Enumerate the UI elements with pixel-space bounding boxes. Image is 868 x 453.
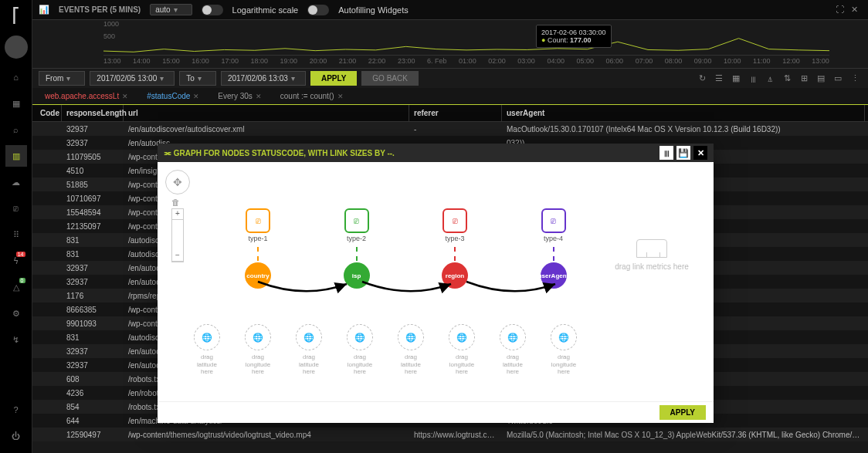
- col-resp[interactable]: responseLength: [62, 105, 124, 121]
- grid-icon[interactable]: ▦: [729, 72, 743, 86]
- modal-footer: APPLY: [158, 401, 714, 423]
- globe-icon: 🌐: [398, 324, 424, 350]
- warning-icon[interactable]: △0: [5, 276, 27, 298]
- modal-title: GRAPH FOR NODES STATUSCODE, WITH LINK SI…: [174, 149, 395, 157]
- geo-dropzone[interactable]: 🌐 draglongitudehere: [341, 324, 378, 376]
- table-row[interactable]: 12590497 /wp-content/themes/logtrust/vid…: [32, 428, 868, 441]
- table-row[interactable]: 32937 /en/autodiscover/autodiscover.xml …: [32, 122, 868, 136]
- geo-dropzone[interactable]: 🌐 draglatitudehere: [494, 324, 531, 376]
- geo-dropzone[interactable]: 🌐 draglatitudehere: [392, 324, 429, 376]
- autofill-label: Autofilling Widgets: [338, 5, 409, 15]
- inbox-icon: [636, 239, 667, 258]
- graph-node[interactable]: ⎚ type-3 region: [409, 208, 501, 289]
- pill-remove[interactable]: ✕: [256, 93, 262, 100]
- col-ref[interactable]: referer: [409, 105, 502, 121]
- bar-icon[interactable]: ⫼: [746, 72, 760, 86]
- graph-modal: ⫘ GRAPH FOR NODES STATUSCODE, WITH LINK …: [158, 144, 714, 423]
- graph-node[interactable]: ⎚ type-2 isp: [310, 208, 403, 289]
- geo-dropzone[interactable]: 🌐 draglongitudehere: [545, 324, 582, 376]
- tree-icon[interactable]: ⍋: [763, 72, 777, 86]
- modal-save-icon[interactable]: 💾: [676, 146, 690, 160]
- apply-button[interactable]: APPLY: [310, 71, 357, 86]
- log-label: Logarithmic scale: [232, 5, 299, 15]
- modal-apply-button[interactable]: APPLY: [659, 405, 706, 420]
- geo-dropzone[interactable]: 🌐 draglongitudehere: [443, 324, 480, 376]
- topbar: 📊 EVENTS PER (5 MINS) auto Logarithmic s…: [32, 0, 868, 20]
- col-ua[interactable]: userAgent: [502, 105, 865, 121]
- modal-chart-icon[interactable]: ⫼: [659, 146, 673, 160]
- bolt-icon[interactable]: ϟ14: [5, 250, 27, 272]
- globe-icon: 🌐: [449, 324, 475, 350]
- col-icon[interactable]: ⊞: [797, 72, 811, 86]
- sliders-icon: ⎚: [246, 208, 270, 233]
- gear-icon[interactable]: ⚙: [5, 303, 27, 324]
- globe-icon: 🌐: [245, 324, 271, 350]
- geo-dropzone[interactable]: 🌐 draglongitudehere: [239, 324, 276, 376]
- modal-close-icon[interactable]: ✕: [693, 146, 707, 160]
- avatar[interactable]: [5, 35, 28, 59]
- analytics-icon[interactable]: ▥: [5, 145, 27, 167]
- geo-dropzone[interactable]: 🌐 draglatitudehere: [290, 324, 327, 376]
- sliders-icon[interactable]: ⎚: [5, 198, 27, 219]
- modal-body: ✥ 🗑 + − ⎚ type-1 country ⎚ type-2 isp ⎚ …: [158, 162, 714, 401]
- expand-icon[interactable]: ⛶: [836, 5, 846, 15]
- zoom-track[interactable]: [172, 220, 183, 251]
- log-toggle[interactable]: [202, 5, 223, 15]
- to-input[interactable]: 2017/02/06 13:03: [221, 71, 306, 86]
- zoom-out[interactable]: −: [172, 251, 183, 262]
- globe-icon: 🌐: [296, 324, 322, 350]
- pan-control[interactable]: ✥: [165, 170, 190, 194]
- close-icon[interactable]: ✕: [851, 5, 862, 15]
- flow-icon[interactable]: ↯: [5, 329, 27, 350]
- geo-dropzone[interactable]: 🌐 draglatitudehere: [188, 324, 225, 376]
- trash-icon[interactable]: 🗑: [171, 198, 180, 207]
- more-icon[interactable]: ⋮: [848, 72, 862, 86]
- chart-tooltip: 2017-02-06 03:30:00 ● Count: 177.00: [536, 25, 612, 48]
- graph-node[interactable]: ⎚ type-1 country: [212, 208, 304, 289]
- cloud-icon[interactable]: ☁: [5, 171, 27, 193]
- query-pill[interactable]: #statusCode ✕: [141, 90, 205, 102]
- globe-icon: 🌐: [500, 324, 526, 350]
- goback-button[interactable]: GO BACK: [361, 71, 419, 86]
- timeline-chart[interactable]: 1000 500 2017-02-06 03:30:00 ● Count: 17…: [65, 20, 868, 68]
- graph-node[interactable]: ⎚ type-4 userAgent: [507, 208, 600, 289]
- col-url[interactable]: url: [124, 105, 409, 121]
- query-pill[interactable]: web.apache.accessLt ✕: [39, 90, 134, 102]
- search-icon[interactable]: ⌕: [5, 119, 27, 140]
- query-pills: web.apache.accessLt ✕#statusCode ✕Every …: [32, 88, 868, 105]
- badge-alerts: 14: [16, 252, 25, 257]
- from-input[interactable]: 2017/02/05 13:00: [90, 71, 175, 86]
- events-label: EVENTS PER (5 MINS): [59, 5, 141, 14]
- metrics-dropzone[interactable]: drag link metrics here: [605, 232, 698, 278]
- scale-select[interactable]: auto: [150, 4, 192, 15]
- zoom-control: + −: [171, 208, 184, 262]
- power-icon[interactable]: ⏻: [5, 425, 27, 447]
- autofill-toggle[interactable]: [307, 5, 329, 15]
- sliders-icon: ⎚: [442, 208, 467, 233]
- screen-icon[interactable]: ▭: [831, 72, 845, 86]
- modal-header: ⫘ GRAPH FOR NODES STATUSCODE, WITH LINK …: [158, 144, 714, 162]
- query-pill[interactable]: count := count() ✕: [274, 90, 350, 102]
- layout-icon[interactable]: ▤: [814, 72, 828, 86]
- pill-remove[interactable]: ✕: [122, 93, 128, 100]
- globe-icon: 🌐: [551, 324, 577, 350]
- to-label[interactable]: To: [179, 71, 216, 86]
- pill-remove[interactable]: ✕: [193, 93, 199, 100]
- logo[interactable]: ⎡: [4, 3, 29, 28]
- list-icon[interactable]: ☰: [712, 72, 726, 86]
- sort-icon[interactable]: ⇅: [780, 72, 794, 86]
- help-icon[interactable]: ?: [5, 399, 27, 421]
- query-pill[interactable]: Every 30s ✕: [212, 90, 267, 102]
- home-icon[interactable]: ⌂: [5, 66, 27, 88]
- history-icon[interactable]: ↻: [695, 72, 709, 86]
- graph-icon: ⫘: [164, 149, 171, 157]
- time-controls: From 2017/02/05 13:00 To 2017/02/06 13:0…: [32, 68, 868, 88]
- x-axis: 13:0014:0015:0016:0017:0018:0019:0020:00…: [103, 56, 829, 66]
- zoom-in[interactable]: +: [172, 209, 183, 220]
- dashboard-icon[interactable]: ▦: [5, 93, 27, 114]
- pill-remove[interactable]: ✕: [337, 93, 344, 100]
- sliders-icon: ⎚: [344, 208, 369, 233]
- from-label[interactable]: From: [39, 71, 85, 86]
- col-code[interactable]: Code: [36, 105, 62, 121]
- apps-icon[interactable]: ⠿: [5, 224, 27, 245]
